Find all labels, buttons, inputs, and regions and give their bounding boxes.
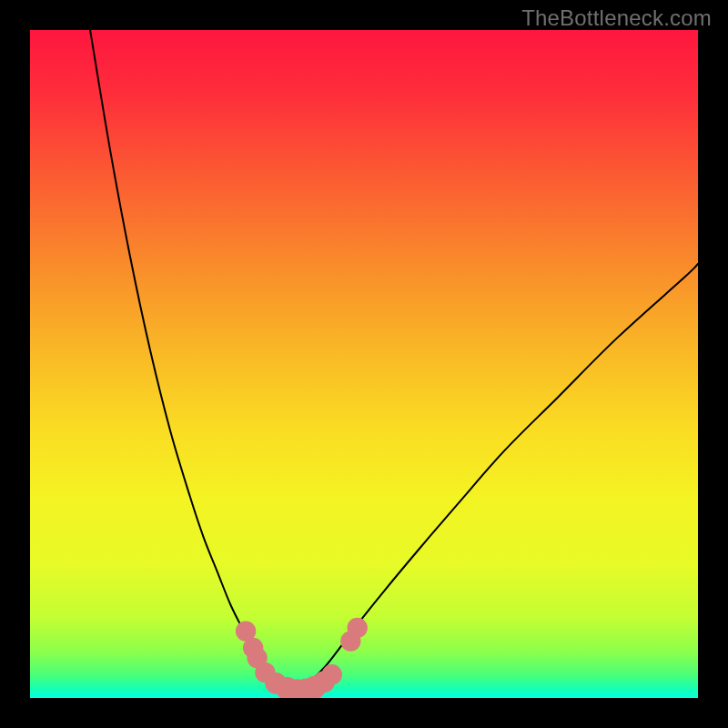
marker-dot: [322, 664, 342, 684]
watermark-text: TheBottleneck.com: [521, 5, 712, 31]
chart-frame: TheBottleneck.com: [0, 0, 728, 728]
gradient-background: [30, 30, 698, 698]
marker-dot: [347, 618, 367, 638]
plot-area: [30, 30, 698, 698]
chart-svg: [30, 30, 698, 698]
